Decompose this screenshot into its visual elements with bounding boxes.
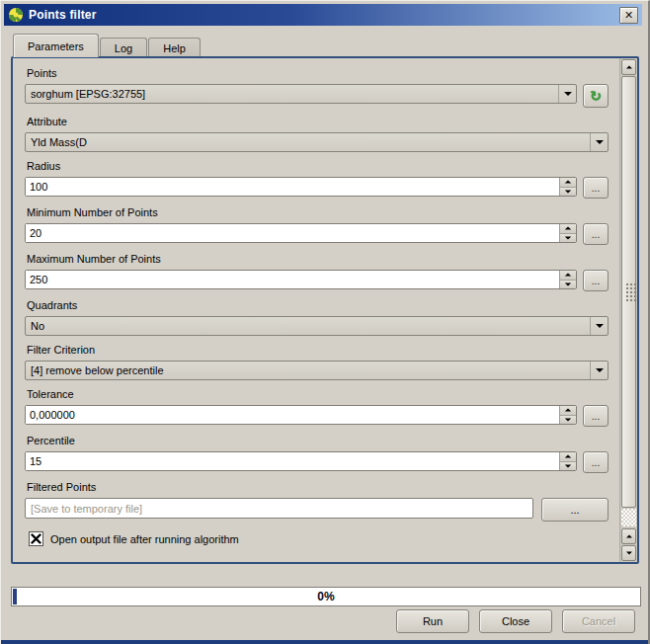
radius-input[interactable] <box>26 178 559 196</box>
chevron-down-icon[interactable] <box>558 85 576 103</box>
field-filter-criterion: Filter Criterion [4] remove below percen… <box>25 344 609 380</box>
field-quadrants: Quadrants No <box>25 299 609 336</box>
scrollbar-track[interactable] <box>621 509 636 526</box>
spin-up-icon[interactable] <box>560 452 576 462</box>
quadrants-combobox[interactable]: No <box>25 316 609 336</box>
scrollbar-thumb[interactable] <box>621 76 636 508</box>
max-points-spinbox <box>25 270 577 289</box>
open-output-row: Open output file after running algorithm <box>29 531 607 546</box>
chevron-down-icon[interactable] <box>590 317 608 335</box>
spin-down-icon[interactable] <box>560 188 576 197</box>
filtered-points-output-input[interactable] <box>25 498 533 519</box>
refresh-icon: ↻ <box>590 89 602 103</box>
min-points-spinbox <box>25 223 577 243</box>
spin-up-icon[interactable] <box>560 224 576 234</box>
checkbox-x-icon <box>31 533 41 544</box>
cancel-button: Cancel <box>562 609 635 633</box>
min-points-expression-button[interactable]: ... <box>583 223 609 245</box>
filtered-points-label: Filtered Points <box>27 481 607 493</box>
parameters-scroll-area: Points sorghum [EPSG:32755] ↻ Attribute <box>13 58 618 562</box>
scroll-up-button[interactable] <box>621 59 636 75</box>
tab-log[interactable]: Log <box>100 38 147 57</box>
spin-up-icon[interactable] <box>560 406 576 416</box>
radius-expression-button[interactable]: ... <box>583 177 609 199</box>
min-points-input[interactable] <box>26 224 559 242</box>
title-bar[interactable]: Points filter ✕ <box>4 4 642 26</box>
attribute-label: Attribute <box>27 116 607 127</box>
filter-criterion-combobox[interactable]: [4] remove below percentile <box>25 361 609 380</box>
tolerance-label: Tolerance <box>27 388 607 400</box>
radius-spinbox <box>25 177 577 197</box>
progress-percent-label: 0% <box>12 588 640 605</box>
field-min-points: Minimum Number of Points ... <box>25 206 609 245</box>
points-label: Points <box>27 67 607 79</box>
filtered-points-browse-button[interactable]: ... <box>541 498 609 522</box>
quadrants-value: No <box>26 320 590 332</box>
quadrants-label: Quadrants <box>27 299 607 311</box>
percentile-expression-button[interactable]: ... <box>583 451 609 473</box>
parameters-panel: Points sorghum [EPSG:32755] ↻ Attribute <box>11 56 639 564</box>
spin-down-icon[interactable] <box>560 281 576 289</box>
field-points: Points sorghum [EPSG:32755] ↻ <box>25 67 609 108</box>
max-points-label: Maximum Number of Points <box>27 253 607 265</box>
min-points-label: Minimum Number of Points <box>27 206 607 218</box>
tab-parameters[interactable]: Parameters <box>13 34 99 57</box>
arrow-down-icon <box>626 552 632 555</box>
attribute-value: Yld Mass(D <box>26 136 590 148</box>
percentile-input[interactable] <box>26 452 559 470</box>
arrow-up-icon <box>626 535 632 538</box>
filter-criterion-value: [4] remove below percentile <box>26 364 590 376</box>
window-title: Points filter <box>29 8 97 22</box>
spin-down-icon[interactable] <box>560 416 576 425</box>
chevron-down-icon[interactable] <box>590 362 608 379</box>
spin-down-icon[interactable] <box>560 234 576 243</box>
reload-layers-button[interactable]: ↻ <box>583 84 609 108</box>
spin-up-icon[interactable] <box>560 178 576 188</box>
run-button[interactable]: Run <box>396 609 469 633</box>
field-percentile: Percentile ... <box>25 435 609 473</box>
spin-up-icon[interactable] <box>560 271 576 281</box>
close-icon: ✕ <box>624 9 633 22</box>
percentile-label: Percentile <box>27 435 607 446</box>
percentile-spinbox <box>25 451 577 471</box>
progress-bar: 0% <box>11 587 641 606</box>
tolerance-expression-button[interactable]: ... <box>583 405 609 427</box>
max-points-input[interactable] <box>26 271 559 288</box>
open-output-label: Open output file after running algorithm <box>50 533 239 545</box>
scrollbar-grip-dots <box>626 283 628 285</box>
field-attribute: Attribute Yld Mass(D <box>25 116 609 152</box>
tab-help[interactable]: Help <box>148 38 201 57</box>
scroll-up-button-bottom[interactable] <box>621 528 636 544</box>
window-bottom-edge <box>1 640 648 644</box>
attribute-combobox[interactable]: Yld Mass(D <box>25 132 609 152</box>
points-value: sorghum [EPSG:32755] <box>26 88 558 100</box>
field-filtered-points: Filtered Points ... <box>25 481 609 522</box>
points-filter-dialog: Points filter ✕ Parameters Log Help Poin… <box>0 0 650 644</box>
arrow-up-icon <box>626 66 632 69</box>
tolerance-input[interactable] <box>26 406 559 424</box>
points-combobox[interactable]: sorghum [EPSG:32755] <box>25 84 577 104</box>
tab-bar: Parameters Log Help <box>13 34 202 57</box>
scroll-down-button[interactable] <box>621 545 636 561</box>
field-max-points: Maximum Number of Points ... <box>25 253 609 291</box>
filter-criterion-label: Filter Criterion <box>27 344 607 356</box>
chevron-down-icon[interactable] <box>590 133 608 151</box>
radius-label: Radius <box>27 160 607 172</box>
max-points-expression-button[interactable]: ... <box>583 270 609 291</box>
tolerance-spinbox <box>25 405 577 425</box>
qgis-app-icon <box>8 7 24 23</box>
open-output-checkbox[interactable] <box>29 531 43 546</box>
field-radius: Radius ... <box>25 160 609 199</box>
field-tolerance: Tolerance ... <box>25 388 609 427</box>
close-dialog-button[interactable]: Close <box>479 609 552 633</box>
close-button[interactable]: ✕ <box>619 7 638 24</box>
spin-down-icon[interactable] <box>560 462 576 471</box>
vertical-scrollbar[interactable] <box>619 58 637 562</box>
